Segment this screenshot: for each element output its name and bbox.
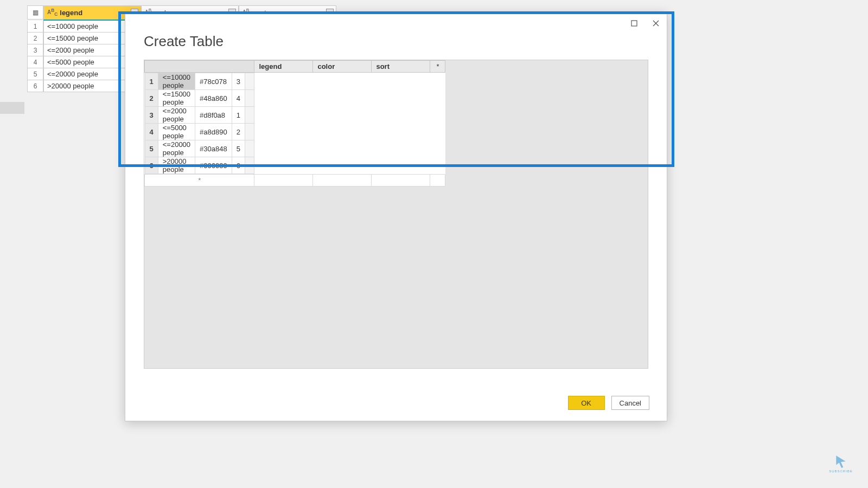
grid-row-number: 1	[145, 73, 158, 90]
dialog-grid-area: legend color sort * 1<=10000 people#78c0…	[144, 60, 648, 369]
grid-data-row[interactable]: 5<=20000 people#30a8485	[145, 140, 254, 157]
grid-new-cell[interactable]	[313, 175, 372, 187]
dialog-data-grid[interactable]: legend color sort * 1<=10000 people#78c0…	[144, 60, 445, 187]
grid-new-row-marker: *	[145, 175, 254, 187]
bg-row-number: 3	[27, 44, 43, 56]
grid-cell-sort[interactable]: 6	[232, 157, 245, 174]
grid-cell-star	[245, 107, 254, 124]
grid-header-color[interactable]: color	[313, 61, 372, 73]
grid-cell-legend[interactable]: >20000 people	[158, 157, 195, 174]
maximize-button[interactable]	[623, 16, 645, 31]
grid-cell-sort[interactable]: 5	[232, 140, 245, 157]
watermark-text: SUBSCRIBE	[829, 470, 853, 473]
dialog-titlebar	[125, 12, 667, 33]
grid-cell-legend[interactable]: <=2000 people	[158, 107, 195, 124]
grid-cell-sort[interactable]: 4	[232, 90, 245, 107]
dialog-title: Create Table	[125, 33, 667, 56]
grid-header-index	[145, 61, 254, 73]
grid-cell-sort[interactable]: 3	[232, 73, 245, 90]
bg-row-number: 1	[27, 21, 43, 33]
grid-cell-star	[245, 90, 254, 107]
dialog-button-row: OK Cancel	[568, 396, 649, 410]
grid-new-row[interactable]: *	[145, 175, 445, 187]
bg-row-number: 5	[27, 68, 43, 80]
grid-cell-color[interactable]: #d8f0a8	[195, 107, 232, 124]
grid-cell-star	[245, 73, 254, 90]
svg-rect-0	[631, 21, 637, 26]
cancel-button[interactable]: Cancel	[611, 396, 649, 410]
grid-data-row[interactable]: 2<=15000 people#48a8604	[145, 90, 254, 107]
text-type-icon: ABC	[47, 8, 58, 17]
grid-header-add-column[interactable]: *	[430, 61, 445, 73]
close-button[interactable]	[645, 16, 667, 31]
grid-data-row[interactable]: 4<=5000 people#a8d8902	[145, 124, 254, 140]
grid-row-number: 3	[145, 107, 158, 124]
grid-row-number: 5	[145, 140, 158, 157]
scroll-stub	[0, 102, 24, 114]
grid-cell-star	[245, 140, 254, 157]
bg-row-number: 6	[27, 80, 43, 92]
grid-cell-color[interactable]: #30a848	[195, 140, 232, 157]
grid-row-number: 6	[145, 157, 158, 174]
grid-header-sort[interactable]: sort	[372, 61, 430, 73]
subscribe-watermark: SUBSCRIBE	[830, 453, 852, 474]
grid-cell-legend[interactable]: <=20000 people	[158, 140, 195, 157]
grid-row-number: 2	[145, 90, 158, 107]
bg-row-number: 2	[27, 33, 43, 44]
grid-data-row[interactable]: 3<=2000 people#d8f0a81	[145, 107, 254, 124]
grid-cell-sort[interactable]: 1	[232, 107, 245, 124]
grid-cell-color[interactable]: #78c078	[195, 73, 232, 90]
grid-cell-legend[interactable]: <=10000 people	[158, 73, 195, 90]
grid-header-row: legend color sort *	[145, 61, 445, 73]
grid-row-number: 4	[145, 124, 158, 140]
bg-col-legend-label: legend	[60, 9, 82, 17]
grid-data-row[interactable]: 1<=10000 people#78c0783	[145, 73, 254, 90]
grid-cell-color[interactable]: #48a860	[195, 90, 232, 107]
ok-button[interactable]: OK	[568, 396, 605, 410]
grid-cell-sort[interactable]: 2	[232, 124, 245, 140]
grid-cell-star	[245, 124, 254, 140]
bg-row-number: 4	[27, 56, 43, 68]
grid-data-row[interactable]: 6>20000 people#0060306	[145, 157, 254, 174]
create-table-dialog: Create Table legend color sort * 1<=1000…	[125, 12, 667, 421]
grid-new-cell[interactable]	[254, 175, 313, 187]
grid-cell-star	[245, 157, 254, 174]
table-icon[interactable]: ▦	[27, 5, 43, 20]
grid-cell-legend[interactable]: <=5000 people	[158, 124, 195, 140]
grid-cell-color[interactable]: #a8d890	[195, 124, 232, 140]
grid-cell-color[interactable]: #006030	[195, 157, 232, 174]
grid-header-legend[interactable]: legend	[254, 61, 313, 73]
cursor-icon	[834, 454, 848, 468]
close-icon	[653, 20, 659, 27]
grid-new-cell	[430, 175, 445, 187]
grid-new-cell[interactable]	[372, 175, 430, 187]
maximize-icon	[631, 20, 637, 27]
grid-cell-legend[interactable]: <=15000 people	[158, 90, 195, 107]
